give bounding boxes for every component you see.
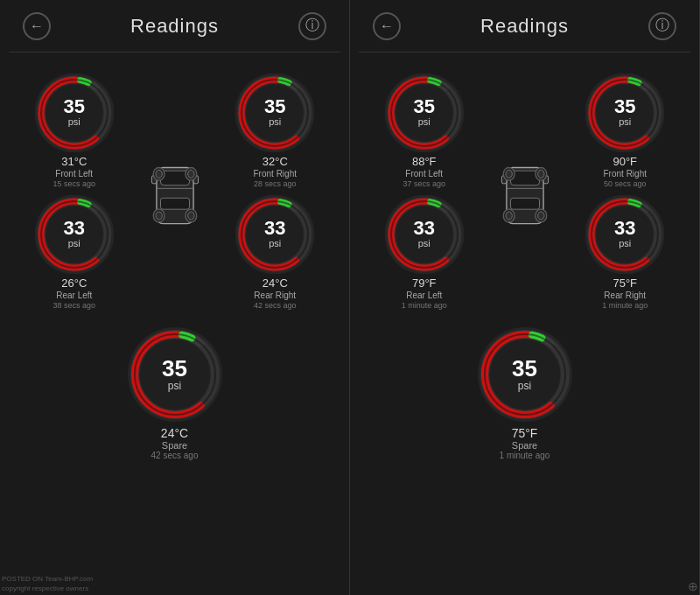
tire-temp: 90°F [612,155,637,168]
tire-time: 42 secs ago [254,301,297,310]
psi-value: 35 [414,97,435,116]
gauge-center: 33 psi [64,219,85,249]
tire-label: Rear Right [254,290,296,301]
tire-temp: 31°C [61,155,87,168]
gauge-wrapper: 33 psi [385,195,464,274]
psi-unit: psi [68,116,80,128]
psi-value: 33 [614,219,635,238]
zoom-icon[interactable]: ⊕ [688,579,698,593]
tire-temp: 79°F [412,276,437,290]
spare-psi-value: 35 [162,357,187,380]
gauge-wrapper: 35 psi [35,74,114,152]
spare-gauge: 35 psi [477,326,573,423]
tire-temp: 26°C [61,276,87,290]
spare-label: Spare [162,440,187,451]
svg-point-48 [506,170,512,178]
tire-front-right: 35 psi 32°C Front Right 28 secs ago [214,70,337,192]
svg-point-49 [537,170,543,178]
psi-value: 35 [64,97,85,116]
svg-rect-40 [510,198,539,209]
header: ← Readings ⓘ [9,0,340,52]
spare-temp: 75°F [512,426,538,440]
info-button[interactable]: ⓘ [298,12,326,40]
tire-grid: 35 psi 88°F Front Left 37 secs ago [359,61,690,322]
psi-unit: psi [269,116,281,128]
psi-unit: psi [418,116,430,128]
psi-unit: psi [619,238,631,249]
spare-psi-value: 35 [512,357,537,380]
header: ← Readings ⓘ [359,0,690,52]
spare-tire: 35 psi 75°F Spare 1 minute ago [359,322,690,465]
gauge-center: 35 psi [64,97,85,128]
gauge-center: 33 psi [414,219,435,249]
tire-temp: 88°F [412,155,437,168]
spare-tire: 35 psi 24°C Spare 42 secs ago [9,322,340,465]
tire-front-left: 35 psi 31°C Front Left 15 secs ago [13,70,136,192]
car-diagram [136,70,214,313]
tire-time: 50 secs ago [604,179,647,188]
svg-point-14 [156,170,162,178]
tire-time: 15 secs ago [52,179,95,188]
tire-time: 38 secs ago [52,301,95,310]
psi-unit: psi [68,238,80,249]
tire-front-left: 35 psi 88°F Front Left 37 secs ago [363,70,486,192]
psi-value: 33 [64,219,85,238]
svg-point-17 [187,212,193,220]
svg-point-51 [537,212,543,220]
tire-label: Front Right [604,168,647,179]
gauge-center: 33 psi [614,219,635,249]
back-button[interactable]: ← [23,12,51,40]
info-button[interactable]: ⓘ [648,12,676,40]
tire-temp: 75°F [612,276,637,290]
tire-rear-left: 33 psi 79°F Rear Left 1 minute ago [363,192,486,313]
tire-rear-right: 33 psi 75°F Rear Right 1 minute ago [564,192,687,313]
psi-value: 33 [414,219,435,238]
spare-gauge-center: 35 psi [512,357,537,392]
svg-rect-6 [160,198,189,209]
psi-value: 35 [614,97,635,116]
gauge-wrapper: 33 psi [35,195,114,274]
spare-time: 42 secs ago [151,451,199,460]
content-area: 35 psi 88°F Front Left 37 secs ago [359,52,690,595]
svg-point-15 [187,170,193,178]
tire-label: Rear Right [604,290,646,301]
tire-label: Rear Left [56,290,92,301]
spare-gauge-center: 35 psi [162,357,187,392]
tire-time: 1 minute ago [402,301,447,310]
psi-value: 35 [264,97,285,116]
tire-label: Front Left [55,168,93,179]
gauge-wrapper: 35 psi [385,74,464,152]
spare-time: 1 minute ago [500,451,550,460]
back-button[interactable]: ← [373,12,401,40]
page-title: Readings [130,15,219,38]
tire-front-right: 35 psi 90°F Front Right 50 secs ago [564,70,687,192]
tire-grid: 35 psi 31°C Front Left 15 secs ago [9,61,340,322]
tire-time: 37 secs ago [402,179,445,188]
spare-temp: 24°C [161,426,188,440]
spare-psi-unit: psi [168,380,181,392]
gauge-wrapper: 33 psi [235,195,314,274]
tire-temp: 32°C [262,155,288,168]
tire-label: Front Left [405,168,443,179]
psi-unit: psi [269,238,281,249]
psi-value: 33 [264,219,285,238]
panel-left: ← Readings ⓘ 35 psi 31°C Front Left 15 s [0,0,350,595]
gauge-center: 35 psi [614,97,635,128]
content-area: 35 psi 31°C Front Left 15 secs ago [9,52,340,595]
psi-unit: psi [418,238,430,249]
watermark: POSTED ON Team-BHP.com copyright respect… [2,575,93,593]
car-diagram [486,70,564,313]
svg-point-16 [156,212,162,220]
gauge-wrapper: 33 psi [585,195,664,274]
spare-psi-unit: psi [518,380,531,392]
tire-label: Rear Left [406,290,442,301]
tire-time: 28 secs ago [254,179,297,188]
spare-label: Spare [512,440,537,451]
gauge-center: 33 psi [264,219,285,249]
gauge-wrapper: 35 psi [585,74,664,152]
gauge-wrapper: 35 psi [235,74,314,152]
tire-temp: 24°C [262,276,288,290]
tire-label: Front Right [254,168,297,179]
svg-point-50 [506,212,512,220]
tire-rear-right: 33 psi 24°C Rear Right 42 secs ago [214,192,337,313]
